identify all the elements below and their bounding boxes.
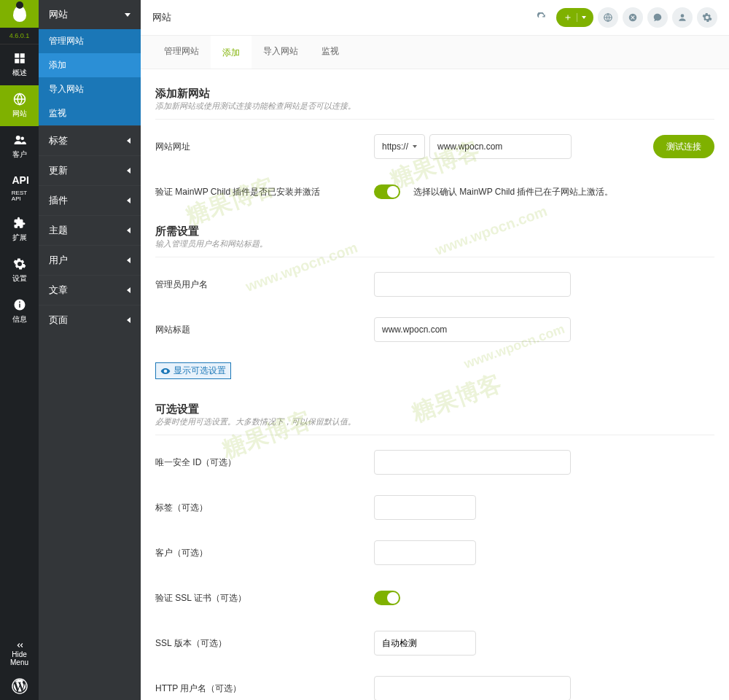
close-circle-icon [628, 12, 638, 23]
users-icon [12, 133, 27, 147]
nav-monitor[interactable]: 监视 [39, 101, 141, 125]
wordpress-icon [12, 678, 28, 694]
row-tags: 标签（可选） [155, 495, 714, 520]
gear-icon [702, 12, 712, 23]
http-user-input[interactable] [374, 676, 571, 700]
test-connection-button[interactable]: 测试连接 [653, 135, 714, 158]
row-site-url: 网站网址 https:// 测试连接 [155, 134, 714, 159]
verify-plugin-desc: 选择以确认 MainWP Child 插件已在子网站上激活。 [413, 186, 613, 198]
svg-rect-1 [20, 53, 24, 58]
sidebar-sites[interactable]: 网站 [0, 85, 39, 126]
nav-header[interactable]: 网站 [39, 0, 141, 29]
section-optional-title: 可选设置 [155, 402, 714, 416]
nav-manage-sites[interactable]: 管理网站 [39, 29, 141, 53]
tab-manage-sites[interactable]: 管理网站 [152, 36, 211, 69]
chevron-left-icon [127, 198, 130, 203]
svg-point-9 [19, 301, 20, 303]
row-verify-ssl: 验证 SSL 证书（可选） [155, 586, 714, 610]
label-client: 客户（可选） [155, 547, 374, 559]
puzzle-icon [12, 217, 27, 230]
row-verify-plugin: 验证 MainWP Child 插件是否已安装并激活 选择以确认 MainWP … [155, 179, 714, 204]
svg-rect-0 [15, 53, 19, 58]
form-content: 糖果博客 www.wpocn.com 糖果博客 www.wpocn.com 糖果… [141, 69, 729, 700]
chevron-left-icon [127, 228, 130, 233]
svg-rect-3 [20, 59, 24, 63]
eye-icon [160, 366, 171, 376]
logo[interactable] [0, 0, 39, 28]
user-button[interactable] [672, 7, 693, 28]
refresh-icon [537, 12, 547, 23]
sidebar-overview[interactable]: 概述 [0, 44, 39, 85]
gear-icon [12, 257, 27, 271]
sidebar-info[interactable]: 信息 [0, 291, 39, 332]
site-url-input[interactable] [429, 134, 572, 159]
refresh-button[interactable] [531, 7, 552, 28]
page-title: 网站 [152, 11, 171, 24]
chevron-left-icon [127, 257, 130, 263]
section-required-desc: 输入管理员用户名和网站标题。 [155, 238, 714, 249]
protocol-select[interactable]: https:// [374, 134, 425, 159]
chevron-left-icon [127, 317, 130, 323]
row-site-title: 网站标题 [155, 317, 714, 342]
ssl-version-select[interactable]: 自动检测 [374, 631, 476, 656]
chat-button[interactable] [647, 7, 668, 28]
client-select[interactable] [374, 540, 476, 565]
section-required-title: 所需设置 [155, 225, 714, 238]
sidebar-api[interactable]: API REST API [0, 167, 39, 209]
label-site-url: 网站网址 [155, 141, 374, 153]
settings-button[interactable] [697, 7, 717, 28]
plus-icon [564, 13, 572, 22]
chevron-down-icon [125, 13, 130, 17]
site-title-input[interactable] [374, 317, 571, 342]
version-label: 4.6.0.1 [0, 28, 39, 44]
admin-user-input[interactable] [374, 272, 571, 297]
nav-add[interactable]: 添加 [39, 53, 141, 77]
chevron-down-icon [582, 16, 586, 19]
add-new-button[interactable] [556, 8, 593, 27]
label-site-title: 网站标题 [155, 324, 374, 336]
security-id-input[interactable] [374, 450, 571, 475]
chevron-left-icon [127, 168, 130, 174]
tab-add[interactable]: 添加 [211, 36, 252, 69]
section-optional-desc: 必要时使用可选设置。大多数情况下，可以保留默认值。 [155, 416, 714, 427]
nav-posts[interactable]: 文章 [39, 275, 141, 305]
tab-monitor[interactable]: 监视 [310, 36, 351, 69]
hide-menu-button[interactable]: Hide Menu [0, 634, 39, 672]
wordpress-button[interactable] [0, 672, 39, 700]
nav-sidebar: 网站 管理网站 添加 导入网站 监视 标签 更新 插件 主题 用户 文章 页面 [39, 0, 141, 700]
row-security-id: 唯一安全 ID（可选） [155, 450, 714, 475]
nav-tags[interactable]: 标签 [39, 125, 141, 155]
globe-button[interactable] [598, 7, 618, 28]
svg-rect-2 [15, 59, 19, 63]
verify-ssl-toggle[interactable] [374, 591, 400, 605]
topbar-actions [531, 7, 717, 28]
show-optional-toggle[interactable]: 显示可选设置 [155, 362, 231, 379]
nav-sub-menu: 管理网站 添加 导入网站 监视 [39, 29, 141, 125]
sidebar-clients[interactable]: 客户 [0, 126, 39, 167]
nav-import-sites[interactable]: 导入网站 [39, 77, 141, 101]
sidebar-settings[interactable]: 设置 [0, 250, 39, 291]
chevron-left-icon [127, 287, 130, 293]
label-security-id: 唯一安全 ID（可选） [155, 456, 374, 469]
dashboard-icon [12, 52, 27, 65]
close-button[interactable] [623, 7, 643, 28]
globe-icon [603, 12, 613, 23]
nav-updates[interactable]: 更新 [39, 155, 141, 185]
verify-plugin-toggle[interactable] [374, 184, 400, 199]
tags-select[interactable] [374, 495, 476, 520]
nav-users[interactable]: 用户 [39, 245, 141, 275]
nav-plugins[interactable]: 插件 [39, 185, 141, 215]
chat-icon [652, 12, 663, 23]
svg-point-6 [20, 137, 24, 141]
tab-import-sites[interactable]: 导入网站 [252, 36, 310, 69]
svg-point-13 [681, 14, 685, 18]
label-admin-user: 管理员用户名 [155, 279, 374, 291]
info-icon [12, 298, 27, 311]
user-icon [677, 12, 687, 23]
nav-themes[interactable]: 主题 [39, 215, 141, 245]
tabs: 管理网站 添加 导入网站 监视 [141, 36, 729, 69]
label-tags: 标签（可选） [155, 502, 374, 514]
nav-pages[interactable]: 页面 [39, 305, 141, 335]
sidebar-extensions[interactable]: 扩展 [0, 209, 39, 250]
row-http-user: HTTP 用户名（可选） [155, 676, 714, 700]
